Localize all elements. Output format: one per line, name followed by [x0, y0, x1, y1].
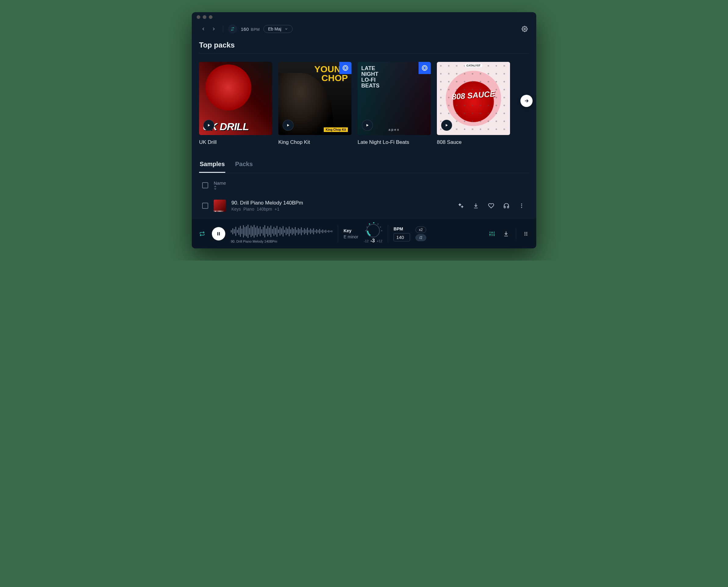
more-options-button[interactable]	[517, 202, 526, 210]
similar-sounds-button[interactable]	[456, 202, 465, 210]
pack-carousel: UK DRILL UK Drill YOUNGCHOP King Chop Ki…	[199, 62, 529, 145]
play-icon	[445, 123, 448, 127]
heart-icon	[488, 203, 494, 209]
bpm-input[interactable]	[394, 233, 410, 241]
exclusive-badge-icon	[339, 62, 352, 74]
svg-point-6	[423, 66, 426, 69]
loop-button[interactable]	[198, 230, 206, 238]
section-title: Top packs	[199, 41, 529, 49]
sample-row[interactable]: UK DRILL 90. Drill Piano Melody 140BPm K…	[199, 195, 529, 216]
drag-handle[interactable]	[522, 230, 530, 238]
gear-icon	[522, 26, 528, 32]
play-icon	[286, 123, 290, 127]
grip-icon	[523, 231, 529, 236]
key-value: E minor	[344, 234, 358, 239]
sort-icon	[214, 186, 227, 190]
svg-marker-11	[214, 188, 216, 190]
pack-play-button[interactable]	[203, 120, 214, 131]
pause-icon	[216, 231, 221, 236]
download-icon	[473, 203, 479, 209]
divider	[516, 228, 516, 239]
play-pause-button[interactable]	[212, 227, 225, 240]
pack-play-button[interactable]	[441, 120, 452, 131]
svg-point-2	[343, 66, 348, 71]
project-key-value: Eb Maj	[268, 26, 281, 31]
svg-point-26	[525, 232, 525, 233]
svg-point-12	[521, 204, 522, 205]
pitch-min: -12	[364, 239, 369, 243]
headphones-icon	[503, 203, 510, 209]
list-header: Name	[199, 173, 529, 195]
pitch-knob[interactable]	[367, 224, 380, 237]
svg-marker-8	[446, 124, 448, 126]
player-download-button[interactable]	[502, 230, 510, 238]
loop-icon	[199, 231, 205, 236]
pack-title: King Chop Kit	[278, 139, 352, 145]
favorite-button[interactable]	[487, 202, 495, 210]
now-playing-title: 90. Drill Piano Melody 140BPm	[231, 239, 332, 243]
pitch-max: +12	[376, 239, 382, 243]
project-bpm-value: 160	[241, 26, 249, 32]
svg-marker-4	[287, 124, 289, 126]
svg-point-28	[525, 233, 525, 234]
project-bpm-display[interactable]: 160 BPM	[241, 26, 260, 32]
download-icon	[503, 231, 509, 237]
sample-name: 90. Drill Piano Melody 140BPm	[231, 200, 451, 206]
pack-title: UK Drill	[199, 139, 272, 145]
play-icon	[207, 123, 211, 127]
settings-button[interactable]	[520, 25, 529, 33]
pitch-value: -3	[370, 238, 375, 243]
window-zoom-icon[interactable]	[209, 15, 212, 19]
arrow-right-icon	[524, 98, 529, 103]
divider	[199, 53, 529, 53]
sample-checkbox[interactable]	[202, 203, 208, 209]
svg-rect-15	[217, 232, 218, 236]
window-close-icon[interactable]	[197, 15, 200, 19]
pack-artwork: LATENIGHTLO-FIBEATS apex	[358, 62, 431, 135]
nav-back-button[interactable]	[199, 25, 208, 33]
sync-button[interactable]	[228, 24, 237, 33]
preview-button[interactable]	[502, 202, 511, 210]
app-window: 160 BPM Eb Maj Top packs UK DRILL UK Dri…	[192, 12, 536, 249]
pack-play-button[interactable]	[283, 120, 293, 131]
svg-point-30	[525, 235, 525, 236]
window-minimize-icon[interactable]	[203, 15, 206, 19]
nav-forward-button[interactable]	[209, 25, 218, 33]
pack-artwork: YOUNGCHOP King Chop Kit	[278, 62, 352, 135]
svg-point-5	[422, 66, 427, 71]
filter-button[interactable]	[488, 230, 496, 238]
select-all-checkbox[interactable]	[202, 182, 208, 188]
tempo-double-button[interactable]: x2	[416, 227, 426, 233]
svg-point-27	[526, 232, 527, 233]
topbar: 160 BPM Eb Maj	[192, 22, 536, 39]
pack-artwork: UK DRILL	[199, 62, 272, 135]
svg-marker-1	[208, 124, 210, 126]
pack-title: 808 Sauce	[437, 139, 510, 145]
project-bpm-label: BPM	[251, 27, 260, 32]
pack-play-button[interactable]	[362, 120, 373, 131]
divider	[388, 225, 388, 242]
divider	[223, 26, 223, 32]
waveform-display[interactable]	[231, 224, 332, 238]
tab-samples[interactable]: Samples	[199, 158, 225, 173]
svg-point-0	[524, 28, 525, 30]
pack-card[interactable]: CATALYST 808 SAUCE 808 Sauce	[437, 62, 510, 145]
bpm-label: BPM	[394, 227, 410, 231]
project-key-selector[interactable]: Eb Maj	[263, 25, 293, 33]
pack-card[interactable]: LATENIGHTLO-FIBEATS apex Late Night Lo-F…	[358, 62, 431, 145]
chevron-down-icon	[284, 27, 288, 31]
column-header-name[interactable]: Name	[214, 181, 227, 190]
sparkle-icon	[457, 203, 464, 209]
tab-packs[interactable]: Packs	[234, 158, 253, 173]
sample-tags: KeysPiano140bpm+1	[231, 207, 451, 212]
download-button[interactable]	[472, 202, 480, 210]
svg-point-14	[521, 207, 522, 208]
player-bar: 90. Drill Piano Melody 140BPm Key E mino…	[192, 219, 536, 249]
carousel-next-button[interactable]	[520, 95, 533, 107]
svg-point-29	[526, 233, 527, 234]
sliders-icon	[489, 231, 495, 237]
pack-card[interactable]: UK DRILL UK Drill	[199, 62, 272, 145]
pack-title: Late Night Lo-Fi Beats	[358, 139, 431, 145]
pack-card[interactable]: YOUNGCHOP King Chop Kit King Chop Kit	[278, 62, 352, 145]
tempo-half-button[interactable]: /2	[416, 234, 426, 241]
